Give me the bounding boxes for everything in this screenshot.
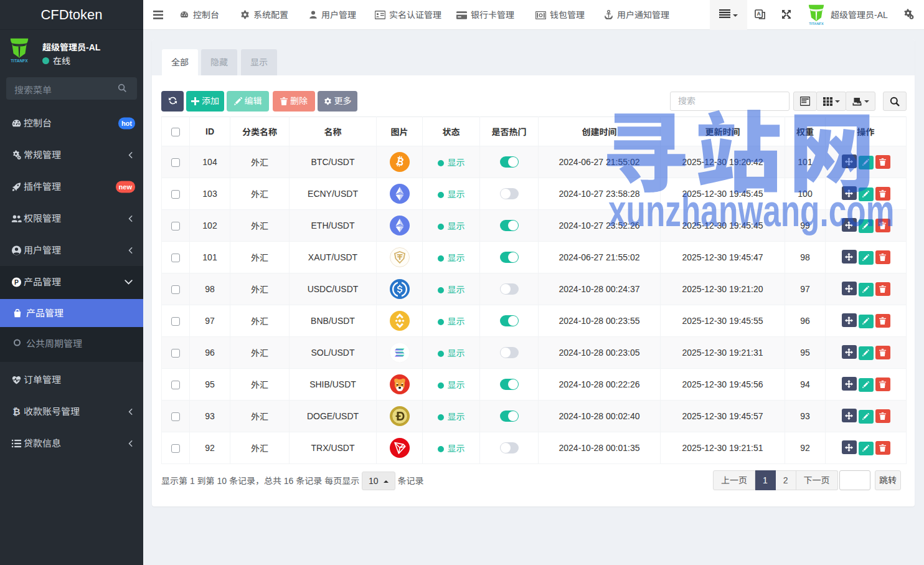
svg-text:TITANFX: TITANFX [11,59,28,63]
svg-text:P: P [14,278,19,285]
svg-text:TITANFX: TITANFX [809,22,824,26]
svg-text:A: A [757,11,761,17]
svg-text:₿: ₿ [12,406,20,416]
